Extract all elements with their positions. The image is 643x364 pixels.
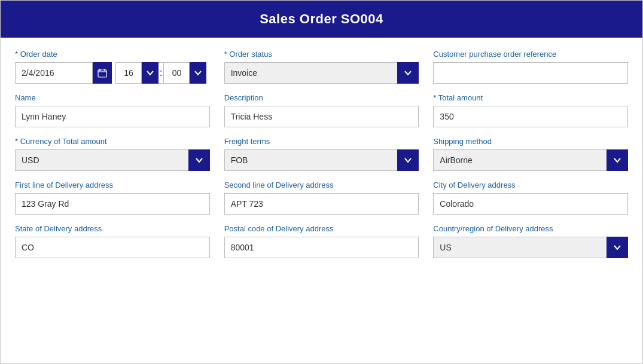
delivery-line2-group: Second line of Delivery address — [224, 181, 419, 215]
order-date-group: Order date — [15, 50, 210, 84]
form-row-3: Currency of Total amount USD EUR GBP F — [15, 137, 628, 171]
freight-terms-select-wrapper: FOB CIF EXW — [224, 149, 419, 171]
form-body: Order date — [1, 38, 642, 280]
hour-input[interactable] — [115, 62, 142, 84]
order-status-select-wrapper: Invoice Draft Confirmed Cancelled — [224, 62, 419, 84]
delivery-state-label: State of Delivery address — [15, 224, 210, 233]
description-input[interactable] — [224, 106, 419, 127]
form-row-4: First line of Delivery address Second li… — [15, 181, 628, 215]
description-group: Description — [224, 93, 419, 127]
delivery-line1-label: First line of Delivery address — [15, 181, 210, 189]
name-input[interactable] — [15, 106, 210, 127]
customer-po-input[interactable] — [433, 62, 628, 84]
delivery-country-select-wrapper: US UK CA AU — [433, 237, 628, 258]
chevron-down-icon-2 — [194, 69, 202, 77]
currency-select[interactable]: USD EUR GBP — [15, 149, 210, 171]
delivery-country-label: Country/region of Delivery address — [433, 224, 628, 233]
shipping-method-select-wrapper: AirBorne Ground Sea — [433, 149, 628, 171]
currency-group: Currency of Total amount USD EUR GBP — [15, 137, 210, 171]
delivery-country-group: Country/region of Delivery address US UK… — [433, 224, 628, 258]
delivery-state-group: State of Delivery address — [15, 224, 210, 258]
delivery-city-input[interactable] — [433, 193, 628, 215]
customer-po-group: Customer purchase order reference — [433, 50, 628, 84]
shipping-method-label: Shipping method — [433, 137, 628, 146]
time-part: : — [115, 62, 206, 84]
name-label: Name — [15, 93, 210, 102]
chevron-down-icon — [146, 69, 154, 77]
delivery-line1-group: First line of Delivery address — [15, 181, 210, 215]
freight-terms-select[interactable]: FOB CIF EXW — [224, 149, 419, 171]
customer-po-label: Customer purchase order reference — [433, 50, 628, 59]
total-amount-group: Total amount — [433, 93, 628, 127]
delivery-postal-input[interactable] — [224, 237, 419, 258]
shipping-method-select[interactable]: AirBorne Ground Sea — [433, 149, 628, 171]
order-status-label: Order status — [224, 50, 419, 59]
delivery-postal-label: Postal code of Delivery address — [224, 224, 419, 233]
order-status-select[interactable]: Invoice Draft Confirmed Cancelled — [224, 62, 419, 84]
shipping-method-group: Shipping method AirBorne Ground Sea — [433, 137, 628, 171]
currency-label: Currency of Total amount — [15, 137, 210, 146]
delivery-country-select[interactable]: US UK CA AU — [433, 237, 628, 258]
name-group: Name — [15, 93, 210, 127]
freight-terms-label: Freight terms — [224, 137, 419, 146]
page-container: Sales Order SO004 Order date — [0, 0, 643, 364]
order-status-group: Order status Invoice Draft Confirmed Can… — [224, 50, 419, 84]
order-date-label: Order date — [15, 50, 210, 59]
delivery-state-input[interactable] — [15, 237, 210, 258]
order-date-input[interactable] — [15, 62, 93, 84]
form-row-1: Order date — [15, 50, 628, 84]
minute-spinner[interactable] — [190, 62, 206, 84]
delivery-postal-group: Postal code of Delivery address — [224, 224, 419, 258]
total-amount-input[interactable] — [433, 106, 628, 127]
delivery-city-label: City of Delivery address — [433, 181, 628, 189]
delivery-line1-input[interactable] — [15, 193, 210, 215]
calendar-icon — [97, 68, 107, 78]
delivery-line2-label: Second line of Delivery address — [224, 181, 419, 189]
form-row-5: State of Delivery address Postal code of… — [15, 224, 628, 258]
form-row-2: Name Description Total amount — [15, 93, 628, 127]
freight-terms-group: Freight terms FOB CIF EXW — [224, 137, 419, 171]
delivery-line2-input[interactable] — [224, 193, 419, 215]
page-title: Sales Order SO004 — [1, 1, 642, 38]
order-date-input-row: : — [15, 62, 210, 84]
hour-spinner[interactable] — [142, 62, 159, 84]
currency-select-wrapper: USD EUR GBP — [15, 149, 210, 171]
time-separator: : — [159, 62, 163, 84]
svg-rect-0 — [98, 70, 106, 77]
calendar-icon-button[interactable] — [93, 62, 112, 84]
total-amount-label: Total amount — [433, 93, 628, 102]
description-label: Description — [224, 93, 419, 102]
date-input-wrapper — [15, 62, 112, 84]
minute-input[interactable] — [163, 62, 190, 84]
delivery-city-group: City of Delivery address — [433, 181, 628, 215]
